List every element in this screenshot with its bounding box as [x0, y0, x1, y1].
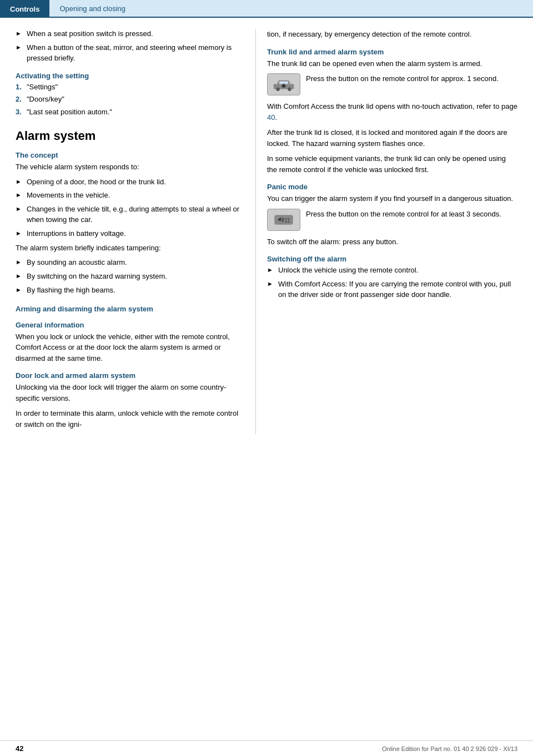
- page-40-link[interactable]: 40: [267, 113, 275, 122]
- tampering-intro: The alarm system briefly indicates tampe…: [16, 243, 244, 254]
- step-1: "Settings": [27, 82, 58, 93]
- trunk-text2: With Comfort Access the trunk lid opens …: [267, 101, 517, 123]
- page-header: Controls Opening and closing: [0, 0, 533, 18]
- trunk-text4: In some vehicle equipment variants, the …: [267, 153, 517, 175]
- list-item: 1. "Settings": [16, 82, 244, 93]
- list-item: ► By switching on the hazard warning sys…: [16, 271, 244, 282]
- header-tab-opening[interactable]: Opening and closing: [49, 0, 533, 18]
- list-item: ► Unlock the vehicle using the remote co…: [267, 265, 517, 276]
- concept-intro: The vehicle alarm system responds to:: [16, 162, 244, 173]
- list-item: ► Opening of a door, the hood or the tru…: [16, 177, 244, 188]
- door-lock-text1: Unlocking via the door lock will trigger…: [16, 382, 244, 404]
- car-remote-svg: [273, 77, 295, 92]
- list-item: 2. "Doors/key": [16, 94, 244, 105]
- concept-bullet-2: Movements in the vehicle.: [27, 190, 244, 201]
- edition-text: Online Edition for Part no. 01 40 2 926 …: [382, 745, 517, 752]
- bullet-arrow-icon: ►: [16, 29, 24, 39]
- tampering-bullet-1: By sounding an acoustic alarm.: [27, 258, 244, 268]
- trunk-icon-row: Press the button on the remote control f…: [267, 73, 517, 95]
- panic-text1: You can trigger the alarm system if you …: [267, 193, 517, 204]
- page-number: 42: [16, 744, 23, 753]
- list-item: ► With Comfort Access: If you are carryi…: [267, 279, 517, 300]
- list-item: ► When a button of the seat, mirror, and…: [16, 43, 244, 64]
- controls-tab-label: Controls: [10, 5, 39, 13]
- trunk-text1: The trunk lid can be opened even when th…: [267, 58, 517, 69]
- right-column: tion, if necessary, by emergency detecti…: [255, 29, 533, 434]
- concept-heading: The concept: [16, 151, 244, 159]
- trunk-heading: Trunk lid and armed alarm system: [267, 48, 517, 56]
- opening-tab-label: Opening and closing: [59, 4, 125, 13]
- door-lock-text2: In order to terminate this alarm, unlock…: [16, 408, 244, 430]
- tampering-bullet-3: By flashing the high beams.: [27, 285, 244, 296]
- panic-button-icon: [267, 209, 300, 231]
- list-item: ► By flashing the high beams.: [16, 285, 244, 296]
- bullet-arrow-icon: ►: [16, 258, 24, 268]
- concept-bullet-1: Opening of a door, the hood or the trunk…: [27, 177, 244, 188]
- svg-point-7: [288, 218, 289, 219]
- door-lock-heading: Door lock and armed alarm system: [16, 371, 244, 380]
- panic-icon-text: Press the button on the remote control f…: [306, 209, 517, 220]
- concept-bullet-4: Interruptions in battery voltage.: [27, 229, 244, 239]
- trunk-text3: After the trunk lid is closed, it is loc…: [267, 127, 517, 149]
- list-item: ► When a seat position switch is pressed…: [16, 29, 244, 39]
- step-3: "Last seat position autom.": [27, 107, 112, 118]
- bullet-arrow-icon: ►: [16, 191, 24, 201]
- general-info-text: When you lock or unlock the vehicle, eit…: [16, 331, 244, 364]
- bullet-arrow-icon: ►: [16, 205, 24, 225]
- door-lock-continued: tion, if necessary, by emergency detecti…: [267, 29, 517, 40]
- remote-control-car-icon: [267, 73, 300, 95]
- content-area: ► When a seat position switch is pressed…: [0, 18, 533, 434]
- bullet-arrow-icon: ►: [267, 280, 276, 300]
- list-item: ► Movements in the vehicle.: [16, 190, 244, 201]
- step-2: "Doors/key": [27, 94, 64, 105]
- list-item: ► Changes in the vehicle tilt, e.g., dur…: [16, 204, 244, 225]
- tampering-bullet-2: By switching on the hazard warning syste…: [27, 271, 244, 282]
- intro-bullet-1: When a seat position switch is pressed.: [27, 29, 244, 39]
- activating-heading: Activating the setting: [16, 72, 244, 80]
- svg-point-9: [288, 220, 289, 222]
- svg-rect-3: [279, 81, 288, 84]
- bullet-arrow-icon: ►: [16, 286, 24, 296]
- concept-bullet-3: Changes in the vehicle tilt, e.g., durin…: [27, 204, 244, 225]
- svg-point-6: [285, 218, 286, 219]
- svg-point-2: [288, 88, 291, 91]
- panic-heading: Panic mode: [267, 183, 517, 191]
- general-info-heading: General information: [16, 321, 244, 329]
- switching-bullet-1: Unlock the vehicle using the remote cont…: [278, 265, 517, 276]
- svg-point-8: [285, 220, 286, 222]
- switching-bullet-2: With Comfort Access: If you are carrying…: [278, 279, 517, 300]
- svg-rect-4: [282, 85, 285, 88]
- arming-heading: Arming and disarming the alarm system: [16, 305, 244, 313]
- trunk-icon-text: Press the button on the remote control f…: [306, 73, 517, 84]
- svg-point-1: [276, 88, 279, 91]
- alarm-system-heading: Alarm system: [16, 129, 244, 143]
- list-item: ► By sounding an acoustic alarm.: [16, 258, 244, 268]
- switching-heading: Switching off the alarm: [267, 255, 517, 263]
- list-item: ► Interruptions in battery voltage.: [16, 229, 244, 239]
- intro-bullet-2: When a button of the seat, mirror, and s…: [27, 43, 244, 64]
- panic-text2: To switch off the alarm: press any butto…: [267, 236, 517, 248]
- bullet-arrow-icon: ►: [267, 266, 276, 276]
- list-item: 3. "Last seat position autom.": [16, 107, 244, 118]
- page-footer: 42 Online Edition for Part no. 01 40 2 9…: [0, 740, 533, 756]
- header-tab-controls[interactable]: Controls: [0, 0, 49, 18]
- left-column: ► When a seat position switch is pressed…: [0, 29, 255, 434]
- bullet-arrow-icon: ►: [16, 43, 24, 64]
- bullet-arrow-icon: ►: [16, 229, 24, 239]
- panic-remote-svg: [273, 212, 295, 228]
- bullet-arrow-icon: ►: [16, 272, 24, 282]
- panic-icon-row: Press the button on the remote control f…: [267, 209, 517, 231]
- bullet-arrow-icon: ►: [16, 178, 24, 188]
